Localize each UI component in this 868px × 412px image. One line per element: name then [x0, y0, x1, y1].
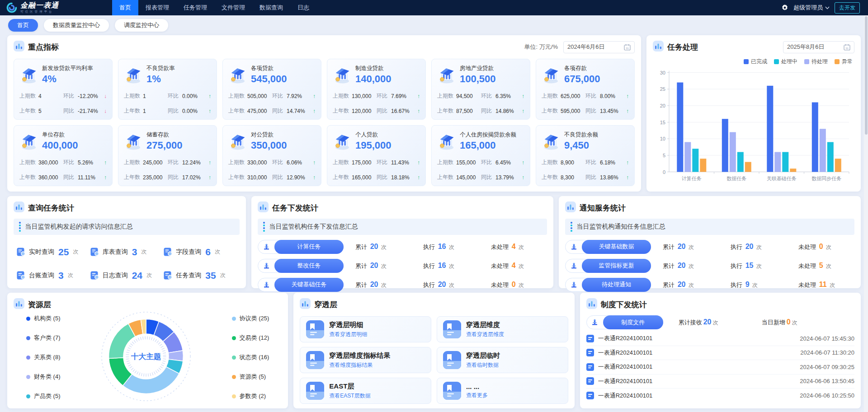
query-item: 任务查询35次 — [163, 270, 237, 281]
resource-legend-item: 客户类 (7) — [26, 334, 61, 342]
panel-title: 通知服务统计 — [580, 203, 626, 213]
nav-item[interactable]: 任务管理 — [176, 0, 214, 15]
query-label: 字段查询 — [176, 248, 201, 256]
dots-icon — [263, 222, 265, 232]
tab[interactable]: 数据质量监控中心 — [44, 19, 109, 32]
query-item: 库表查询3次 — [90, 247, 164, 258]
svg-text:5: 5 — [663, 153, 665, 158]
notify-rows: 关键基础数据累计 20 次执行 20 次未处理 0 次 监管指标更新累计 20 … — [565, 240, 854, 292]
task-stat: 执行 9 次 — [731, 281, 787, 289]
panel-icon-slot — [14, 298, 24, 311]
penetration-card-link[interactable]: 查看EAST层数据 — [329, 392, 370, 400]
kpi-name: 对公贷款 — [251, 131, 287, 139]
legend-item[interactable]: 处理中 — [774, 58, 797, 66]
query-count: 3 — [58, 270, 64, 281]
query-unit: 次 — [215, 248, 220, 256]
regulation-file-row[interactable]: 一表通R20241001012024-06-07 15:45:30 — [586, 332, 854, 346]
kpi-card-text: 制造业贷款140,000 — [355, 65, 392, 85]
regulation-file-row[interactable]: 一表通R20241001012024-06-06 13:50:45 — [586, 375, 854, 389]
kpi-name: 新发放贷款平均利率 — [42, 65, 93, 72]
kpi-card: 对公贷款350,000上期数330,000环比6.06%↑上年数310,000同… — [222, 125, 321, 186]
penetration-card[interactable]: 穿透层明细查看穿透层明细 — [300, 316, 431, 342]
regulation-file-row[interactable]: 一表通R20241001012024-06-07 09:30:25 — [586, 360, 854, 375]
kpi-card-top: 房地产业贷款100,500 — [437, 65, 524, 85]
task-stat-row: 关键基础数据累计 20 次执行 20 次未处理 0 次 — [565, 240, 854, 254]
file-icon — [586, 377, 594, 385]
regulation-file-row[interactable]: 一表通R20241001012024-06-06 10:25:50 — [586, 389, 854, 403]
user-menu[interactable]: 超级管理员 — [793, 4, 830, 12]
dots-icon — [571, 222, 572, 232]
cap-icon-slot — [566, 243, 582, 250]
legend-label: 交易类 (12) — [240, 334, 269, 342]
legend-item[interactable]: 已完成 — [744, 58, 767, 66]
legend-label: 协议类 (25) — [240, 314, 269, 323]
kpi-card-top: 个人贷款195,000 — [333, 131, 420, 151]
regulation-new-stat: 当日新增0次 — [762, 318, 818, 327]
regulation-pill-button[interactable]: 制度文件 — [586, 315, 663, 329]
kpi-date-picker[interactable]: 2024年6月6日 31 — [563, 41, 635, 53]
task-pill-button[interactable]: 计算任务 — [258, 240, 344, 254]
kpi-card: 不良贷款余额9,450上期数8,900环比6.18%↑上年数8,300同比13.… — [536, 125, 635, 186]
settings-gear-icon[interactable] — [781, 4, 788, 11]
penetration-card[interactable]: 穿透层临时查看临时数据 — [437, 347, 568, 373]
task-pill-button[interactable]: 待处理通知 — [565, 278, 651, 292]
penetration-card-text: 穿透层明细查看穿透层明细 — [329, 321, 367, 338]
panel-title: 穿透层 — [314, 300, 337, 310]
penetration-card[interactable]: EAST层查看EAST层数据 — [300, 378, 431, 404]
kpi-value: 195,000 — [355, 140, 392, 151]
tab-bar: 首页数据质量监控中心调度监控中心 — [0, 15, 868, 33]
task-pill-button[interactable]: 关键基础任务 — [258, 278, 344, 292]
task-stat: 未处理 4 次 — [491, 262, 547, 270]
panel-title: 资源层 — [28, 300, 51, 310]
nav-item[interactable]: 报表管理 — [138, 0, 176, 15]
task-pill-button[interactable]: 关键基础数据 — [565, 240, 651, 254]
nav-item[interactable]: 日志 — [290, 0, 316, 15]
kpi-compare-row: 上期数4环比-12.20%↓ — [19, 92, 107, 100]
scrollbar-thumb[interactable] — [865, 16, 868, 135]
query-task-stats-panel: 查询任务统计 当日监管机构发起的请求访问信息汇总 实时查询25次 库表查询3次 … — [7, 196, 246, 288]
penetration-card-link[interactable]: 查看维度指标结果 — [329, 361, 390, 369]
kpi-compare-row: 上期数505,000环比7.92%↑ — [228, 92, 316, 100]
legend-label: 待处理 — [811, 58, 828, 66]
tab[interactable]: 首页 — [8, 19, 38, 32]
nav-item[interactable]: 数据查询 — [252, 0, 290, 15]
kpi-card-text: 个人贷款195,000 — [355, 131, 392, 151]
bar-chart-svg: 051015202530计算任务数据任务关联基础任务数据同步任务 — [653, 66, 854, 186]
query-unit: 次 — [68, 272, 73, 279]
kpi-card-top: 不良贷款余额9,450 — [542, 131, 629, 151]
task-pill-button[interactable]: 整改任务 — [258, 259, 344, 273]
legend-label: 客户类 (7) — [34, 334, 61, 342]
panel-chart-icon — [14, 41, 24, 52]
kpi-compare-row: 上年数1同比0.00%↑ — [124, 107, 211, 115]
svg-text:31: 31 — [626, 47, 629, 49]
legend-label: 关系类 (8) — [34, 353, 61, 361]
penetration-card[interactable]: ... ...查看更多 — [437, 378, 568, 404]
kpi-card-text: 各项贷款545,000 — [251, 65, 287, 85]
query-icon — [163, 271, 173, 281]
penetration-card[interactable]: 穿透层维度指标结果查看维度指标结果 — [300, 347, 431, 373]
task-stat: 累计 20 次 — [355, 243, 411, 251]
legend-item[interactable]: 异常 — [835, 58, 853, 66]
nav-item[interactable]: 文件管理 — [214, 0, 252, 15]
penetration-card[interactable]: 穿透层维度查看穿透层维度 — [437, 316, 568, 342]
penetration-card-link[interactable]: 查看临时数据 — [466, 361, 500, 369]
tab[interactable]: 调度监控中心 — [115, 19, 168, 32]
regulation-dispatch-panel: 制度下发统计 制度文件 累计接收20次 当日新增0次 一表通R202410 — [580, 293, 861, 408]
regulation-file-row[interactable]: 一表通R20241001012024-06-07 11:30:20 — [586, 346, 854, 360]
penetration-card-link[interactable]: 查看穿透层维度 — [466, 331, 504, 338]
legend-item[interactable]: 待处理 — [804, 58, 828, 66]
query-icon — [16, 271, 26, 281]
penetration-card-link[interactable]: 查看更多 — [466, 392, 488, 399]
legend-label: 已完成 — [751, 58, 767, 66]
go-develop-button[interactable]: 去开发 — [835, 2, 860, 14]
kpi-card: 储蓄存款275,000上期数245,000环比12.24%↑上年数235,000… — [118, 125, 217, 186]
penetration-card-link[interactable]: 查看穿透层明细 — [329, 331, 367, 338]
panel-chart-icon — [586, 298, 597, 309]
up-arrow-icon: ↑ — [415, 174, 420, 181]
task-pill-button[interactable]: 监管指标更新 — [565, 259, 651, 273]
query-label: 任务查询 — [176, 272, 201, 280]
task-date-picker[interactable]: 2025年8月6日 31 — [783, 41, 854, 53]
kpi-name: 单位存款 — [42, 131, 78, 139]
nav-item[interactable]: 首页 — [112, 0, 138, 15]
key-indicators-panel: 重点指标 单位: 万元/% 2024年6月6日 31 新发放贷款平均利率4%上期… — [7, 35, 641, 192]
